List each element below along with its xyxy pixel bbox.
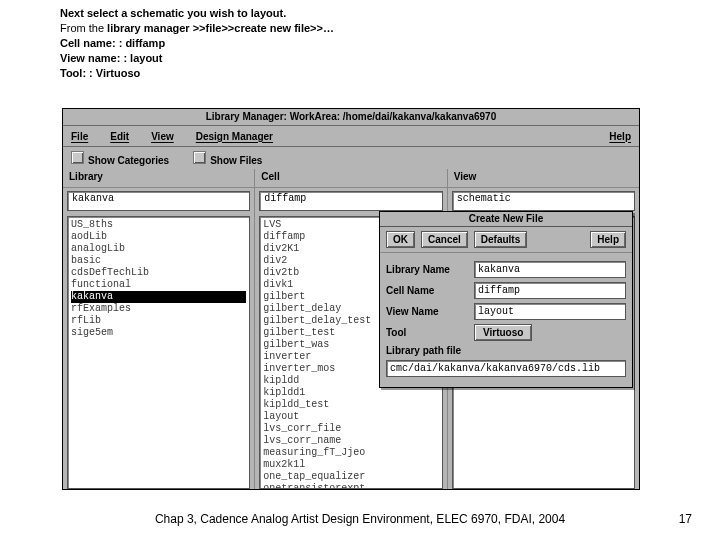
create-new-file-dialog: Create New File OK Cancel Defaults Help … (379, 211, 633, 388)
dialog-title: Create New File (380, 212, 632, 227)
list-item[interactable]: lvs_corr_file (263, 423, 438, 435)
tool-label: Tool (386, 327, 468, 338)
list-item[interactable]: US_8ths (71, 219, 246, 231)
cell-current-field[interactable]: diffamp (259, 191, 442, 211)
ok-button[interactable]: OK (386, 231, 415, 248)
view-header: View (448, 169, 639, 188)
checkbox-icon (71, 151, 84, 164)
defaults-button[interactable]: Defaults (474, 231, 527, 248)
list-item[interactable]: cdsDefTechLib (71, 267, 246, 279)
list-item[interactable]: basic (71, 255, 246, 267)
list-item[interactable]: rfExamples (71, 303, 246, 315)
list-item[interactable]: kakanva (71, 291, 246, 303)
library-header: Library (63, 169, 254, 188)
instr-line4: View name: : layout (60, 52, 163, 64)
footer: Chap 3, Cadence Analog Artist Design Env… (0, 512, 720, 526)
library-name-label: Library Name (386, 264, 468, 275)
instruction-block: Next select a schematic you wish to layo… (60, 6, 620, 81)
instr-line2a: From the (60, 22, 107, 34)
instr-line3: Cell name: : diffamp (60, 37, 165, 49)
list-item[interactable]: kipldd_test (263, 399, 438, 411)
cell-header: Cell (255, 169, 446, 188)
dialog-body: Library Namekakanva Cell Namediffamp Vie… (380, 253, 632, 387)
menu-edit[interactable]: Edit (110, 131, 129, 142)
library-name-field[interactable]: kakanva (474, 261, 626, 278)
list-item[interactable]: one_tap_equalizer (263, 471, 438, 483)
screenshot-frame: Library Manager: WorkArea: /home/dai/kak… (62, 108, 640, 490)
instr-line2b: library manager >>file>>create new file>… (107, 22, 334, 34)
cell-name-field[interactable]: diffamp (474, 282, 626, 299)
page-number: 17 (679, 512, 692, 526)
library-column: Library kakanva US_8thsaodLibanalogLibba… (63, 169, 255, 490)
checkbox-icon (193, 151, 206, 164)
library-path-field[interactable]: cmc/dai/kakanva/kakanva6970/cds.lib (386, 360, 626, 377)
menu-design-manager[interactable]: Design Manager (196, 131, 273, 142)
help-button[interactable]: Help (590, 231, 626, 248)
menu-file[interactable]: File (71, 131, 88, 142)
list-item[interactable]: functional (71, 279, 246, 291)
show-files-checkbox[interactable]: Show Files (193, 151, 262, 166)
list-item[interactable]: analogLib (71, 243, 246, 255)
instr-line1: Next select a schematic you wish to layo… (60, 7, 286, 19)
menu-view[interactable]: View (151, 131, 174, 142)
cancel-button[interactable]: Cancel (421, 231, 468, 248)
list-item[interactable]: measuring_fT_Jjeo (263, 447, 438, 459)
list-item[interactable]: aodLib (71, 231, 246, 243)
menu-bar: File Edit View Design Manager Help (63, 126, 639, 147)
library-current-field[interactable]: kakanva (67, 191, 250, 211)
list-item[interactable]: rfLib (71, 315, 246, 327)
show-categories-checkbox[interactable]: Show Categories (71, 151, 169, 166)
list-item[interactable]: lvs_corr_name (263, 435, 438, 447)
view-current-field[interactable]: schematic (452, 191, 635, 211)
library-list[interactable]: US_8thsaodLibanalogLibbasiccdsDefTechLib… (67, 216, 250, 489)
list-item[interactable]: sige5em (71, 327, 246, 339)
tool-selector[interactable]: Virtuoso (474, 324, 532, 341)
view-name-label: View Name (386, 306, 468, 317)
view-name-field[interactable]: layout (474, 303, 626, 320)
list-item[interactable]: onetransistorexpt (263, 483, 438, 489)
dialog-button-row: OK Cancel Defaults Help (380, 227, 632, 253)
list-item[interactable]: kipldd1 (263, 387, 438, 399)
cell-name-label: Cell Name (386, 285, 468, 296)
list-item[interactable]: mux2k1l (263, 459, 438, 471)
menu-help[interactable]: Help (609, 131, 631, 142)
list-item[interactable]: layout (263, 411, 438, 423)
options-row: Show Categories Show Files (63, 147, 639, 169)
window-title: Library Manager: WorkArea: /home/dai/kak… (63, 109, 639, 126)
library-path-label: Library path file (386, 345, 468, 356)
instr-line5: Tool: : Virtuoso (60, 67, 140, 79)
